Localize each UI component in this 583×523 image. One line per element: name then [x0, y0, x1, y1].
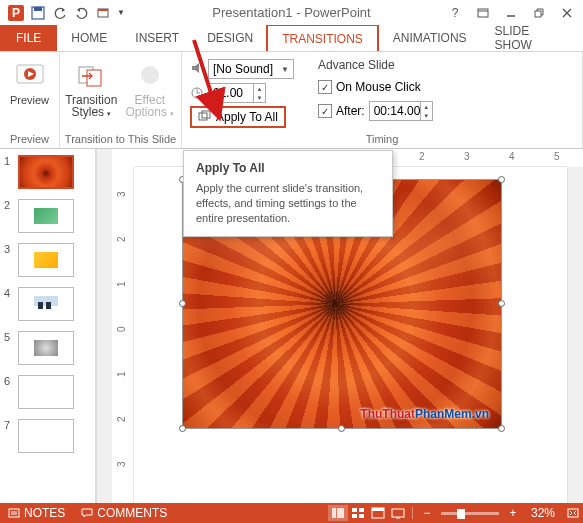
slide-thumbnail[interactable]: 3: [0, 241, 95, 285]
after-label: After:: [336, 104, 365, 118]
sound-icon: [190, 61, 204, 78]
qat-dropdown-icon[interactable]: ▼: [116, 3, 126, 23]
svg-rect-7: [535, 11, 541, 17]
tooltip-apply-to-all: Apply To All Apply the current slide's t…: [183, 150, 393, 237]
tab-animations[interactable]: ANIMATIONS: [379, 25, 481, 51]
vertical-ruler: 3 2 1 0 1 2 3: [112, 167, 134, 503]
slide-thumbnail[interactable]: 5: [0, 329, 95, 373]
minimize-icon[interactable]: [497, 3, 525, 23]
svg-rect-6: [478, 9, 488, 17]
after-checkbox[interactable]: ✓: [318, 104, 332, 118]
slideshow-view-icon[interactable]: [388, 505, 408, 521]
slide-thumbnail[interactable]: 1: [0, 153, 95, 197]
watermark: ThuThuatPhanMem.vn: [360, 402, 489, 423]
tab-insert[interactable]: INSERT: [121, 25, 193, 51]
tab-design[interactable]: DESIGN: [193, 25, 267, 51]
tab-slideshow[interactable]: SLIDE SHOW: [481, 25, 583, 51]
svg-point-12: [141, 66, 159, 84]
preview-icon: [14, 60, 46, 92]
slide-sorter-view-icon[interactable]: [348, 505, 368, 521]
transition-styles-button[interactable]: Transition Styles ▾: [64, 56, 119, 120]
group-label-preview: Preview: [4, 132, 55, 146]
transition-styles-icon: [75, 60, 107, 92]
preview-button[interactable]: Preview: [4, 56, 55, 106]
zoom-slider[interactable]: [441, 512, 499, 515]
resize-handle[interactable]: [179, 300, 186, 307]
advance-slide-label: Advance Slide: [318, 58, 433, 74]
svg-rect-20: [352, 508, 357, 512]
slide-thumbnail[interactable]: 4: [0, 285, 95, 329]
svg-rect-18: [332, 508, 336, 518]
comments-button[interactable]: COMMENTS: [73, 503, 175, 523]
tab-file[interactable]: FILE: [0, 25, 57, 51]
duration-icon: [190, 85, 204, 102]
close-icon[interactable]: [553, 3, 581, 23]
slide-thumbnail[interactable]: 7: [0, 417, 95, 461]
fit-to-window-icon[interactable]: [563, 505, 583, 521]
title-bar: P ▼ Presentation1 - PowerPoint ?: [0, 0, 583, 25]
svg-text:P: P: [12, 6, 20, 20]
svg-rect-21: [359, 508, 364, 512]
group-label-transition: Transition to This Slide: [64, 132, 177, 146]
apply-to-all-button[interactable]: Apply To All: [190, 106, 286, 128]
status-bar: NOTES COMMENTS − + 32%: [0, 503, 583, 523]
ribbon-options-icon[interactable]: [469, 3, 497, 23]
tab-home[interactable]: HOME: [57, 25, 121, 51]
resize-handle[interactable]: [498, 425, 505, 432]
svg-rect-23: [359, 514, 364, 518]
normal-view-icon[interactable]: [328, 505, 348, 521]
window-title: Presentation1 - PowerPoint: [212, 5, 370, 20]
editor-scrollbar[interactable]: [567, 167, 583, 503]
zoom-level[interactable]: 32%: [523, 503, 563, 523]
resize-handle[interactable]: [338, 425, 345, 432]
duration-input[interactable]: 01.00▲▼: [208, 83, 266, 103]
undo-icon[interactable]: [50, 3, 70, 23]
tooltip-title: Apply To All: [196, 161, 380, 175]
reading-view-icon[interactable]: [368, 505, 388, 521]
sound-combo[interactable]: [No Sound]▼: [208, 59, 294, 79]
svg-rect-15: [202, 111, 210, 118]
effect-options-button: Effect Options ▾: [123, 56, 178, 120]
slide-thumbnail[interactable]: 2: [0, 197, 95, 241]
svg-rect-26: [392, 509, 404, 517]
apply-to-all-icon: [198, 110, 212, 125]
slide-thumbnail-pane: 1 2 3 4 5 6 7: [0, 149, 96, 503]
effect-options-icon: [134, 60, 166, 92]
svg-rect-17: [9, 509, 19, 517]
zoom-in-icon[interactable]: +: [503, 505, 523, 521]
on-mouse-click-label: On Mouse Click: [336, 80, 421, 94]
resize-handle[interactable]: [179, 425, 186, 432]
svg-rect-14: [199, 113, 207, 120]
restore-icon[interactable]: [525, 3, 553, 23]
tooltip-body: Apply the current slide's transition, ef…: [196, 181, 380, 226]
tab-transitions[interactable]: TRANSITIONS: [266, 24, 379, 51]
ribbon-tabs: FILE HOME INSERT DESIGN TRANSITIONS ANIM…: [0, 25, 583, 52]
after-time-input[interactable]: 00:14.00▲▼: [369, 101, 433, 121]
resize-handle[interactable]: [498, 300, 505, 307]
zoom-out-icon[interactable]: −: [417, 505, 437, 521]
slide-thumbnail[interactable]: 6: [0, 373, 95, 417]
start-from-beginning-icon[interactable]: [94, 3, 114, 23]
svg-rect-3: [34, 7, 42, 11]
thumbnail-scrollbar[interactable]: [96, 149, 112, 503]
on-mouse-click-checkbox[interactable]: ✓: [318, 80, 332, 94]
ribbon: Preview Preview Transition Styles ▾ Effe…: [0, 52, 583, 149]
svg-rect-19: [337, 508, 344, 518]
svg-rect-5: [98, 9, 108, 11]
notes-button[interactable]: NOTES: [0, 503, 73, 523]
svg-rect-25: [372, 508, 384, 511]
help-icon[interactable]: ?: [441, 3, 469, 23]
svg-rect-22: [352, 514, 357, 518]
svg-rect-27: [568, 509, 578, 517]
redo-icon[interactable]: [72, 3, 92, 23]
powerpoint-icon: P: [6, 3, 26, 23]
group-label-timing: Timing: [186, 132, 578, 146]
save-icon[interactable]: [28, 3, 48, 23]
resize-handle[interactable]: [498, 176, 505, 183]
